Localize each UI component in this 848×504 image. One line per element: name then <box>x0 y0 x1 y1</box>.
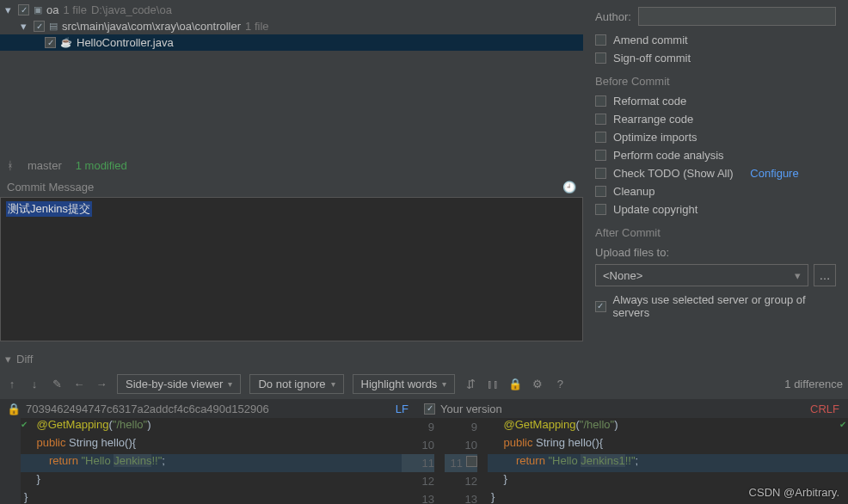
apply-change-checkbox[interactable] <box>466 456 477 467</box>
checkbox-always-server[interactable] <box>595 301 606 312</box>
tree-root-path: D:\java_code\oa <box>91 3 172 16</box>
checkbox-todo[interactable] <box>595 168 606 179</box>
difference-count: 1 difference <box>784 378 843 390</box>
checkbox-optimize[interactable] <box>595 132 606 143</box>
folder-icon: ▣ <box>34 4 42 15</box>
checkbox[interactable] <box>18 4 29 15</box>
checkbox[interactable] <box>45 37 56 48</box>
author-input[interactable] <box>638 7 836 26</box>
edit-icon[interactable]: ✎ <box>50 378 64 391</box>
folder-icon: ▤ <box>49 21 58 32</box>
opt-reformat: Reformat code <box>613 95 686 108</box>
ignore-combo[interactable]: Do not ignore <box>249 374 343 394</box>
upload-select[interactable]: <None>▾ <box>595 264 808 286</box>
diff-title-text: Diff <box>16 353 33 366</box>
checkbox-copyright[interactable] <box>595 204 606 215</box>
chevron-down-icon[interactable]: ▾ <box>5 353 11 366</box>
opt-optimize: Optimize imports <box>613 131 697 144</box>
java-file-icon: ☕ <box>60 37 72 48</box>
checkbox-analysis[interactable] <box>595 150 606 161</box>
watermark: CSDN @Arbitrary. <box>749 486 839 499</box>
diff-code-view: ✔ @GetMapping("/hello") public String he… <box>0 418 848 504</box>
diff-header[interactable]: ▾ Diff <box>0 349 848 369</box>
tree-row-pkg[interactable]: ▾ ▤ src\main\java\com\xray\oa\controller… <box>0 18 583 34</box>
nav-forward-icon[interactable]: → <box>95 378 108 391</box>
diff-left-pane[interactable]: ✔ @GetMapping("/hello") public String he… <box>21 418 402 504</box>
prev-diff-icon[interactable]: ↑ <box>5 378 19 391</box>
opt-analysis: Perform code analysis <box>613 149 724 162</box>
branch-bar: ᚼ master 1 modified <box>0 154 583 177</box>
modified-count[interactable]: 1 modified <box>76 159 127 172</box>
nav-back-icon[interactable]: ← <box>72 378 86 391</box>
lock-icon[interactable]: 🔒 <box>508 378 522 391</box>
help-icon[interactable]: ? <box>553 378 567 391</box>
configure-link[interactable]: Configure <box>750 167 798 180</box>
history-icon[interactable]: 🕘 <box>562 181 576 194</box>
opt-amend: Amend commit <box>613 34 688 46</box>
chevron-down-icon[interactable]: ▾ <box>21 20 29 33</box>
diff-toolbar: ↑ ↓ ✎ ← → Side-by-side viewer Do not ign… <box>0 369 848 399</box>
sync-scroll-icon[interactable]: ⫿⫿ <box>486 378 500 391</box>
chevron-down-icon[interactable]: ▾ <box>5 3 14 16</box>
upload-value: <None> <box>603 269 642 282</box>
after-commit-header: After Commit <box>595 226 836 239</box>
opt-todo: Check TODO (Show All) <box>613 167 734 180</box>
tree-pkg-name: src\main\java\com\xray\oa\controller <box>62 20 241 33</box>
gutter-check-icon: ✔ <box>21 420 28 429</box>
opt-always: Always use selected server or group of s… <box>613 293 836 319</box>
tree-pkg-files: 1 file <box>245 20 268 33</box>
gear-icon[interactable]: ⚙ <box>531 378 544 391</box>
checkbox-your-version[interactable] <box>424 403 435 415</box>
revision-hash: 7039462494747c6317a2addcf4c6ca490d152906 <box>26 403 269 415</box>
checkbox-reformat[interactable] <box>595 95 606 107</box>
line-number-gutter: 910111213 910111213 <box>402 418 488 504</box>
checkbox-amend[interactable] <box>595 34 606 46</box>
tree-file-name: HelloController.java <box>77 36 174 49</box>
tree-root-files: 1 file <box>63 3 86 16</box>
left-marker-gutter <box>0 418 21 504</box>
opt-signoff: Sign-off commit <box>613 52 691 65</box>
viewer-mode-combo[interactable]: Side-by-side viewer <box>117 374 241 394</box>
checkbox-signoff[interactable] <box>595 52 606 64</box>
commit-options-panel: Author: Amend commit Sign-off commit Bef… <box>583 0 848 341</box>
author-label: Author: <box>595 10 631 23</box>
checkbox-rearrange[interactable] <box>595 114 606 125</box>
upload-browse-button[interactable]: … <box>814 264 836 286</box>
line-ending-left: LF <box>396 403 409 415</box>
commit-msg-label: Commit Message <box>7 181 94 194</box>
before-commit-header: Before Commit <box>595 75 836 88</box>
branch-icon: ᚼ <box>7 159 14 172</box>
lock-icon: 🔒 <box>7 403 21 415</box>
tree-root-name: oa <box>46 3 58 16</box>
highlight-combo[interactable]: Highlight words <box>353 374 456 394</box>
commit-message-text: 测试Jenkins提交 <box>6 201 92 217</box>
your-version-label: Your version <box>440 403 502 415</box>
next-diff-icon[interactable]: ↓ <box>28 378 41 391</box>
checkbox-cleanup[interactable] <box>595 186 606 197</box>
tree-row-root[interactable]: ▾ ▣ oa 1 file D:\java_code\oa <box>0 2 583 18</box>
opt-rearrange: Rearrange code <box>613 113 693 126</box>
line-ending-right: CRLF <box>810 403 839 415</box>
upload-label: Upload files to: <box>595 246 669 259</box>
file-tree: ▾ ▣ oa 1 file D:\java_code\oa ▾ ▤ src\ma… <box>0 0 583 52</box>
opt-cleanup: Cleanup <box>613 185 654 198</box>
gutter-check-icon: ✔ <box>839 420 846 429</box>
tree-row-file[interactable]: ☕ HelloController.java <box>0 34 583 51</box>
commit-message-input[interactable]: 测试Jenkins提交 <box>0 197 583 341</box>
collapse-icon[interactable]: ⇵ <box>464 378 477 391</box>
branch-name[interactable]: master <box>28 159 62 172</box>
opt-copyright: Update copyright <box>613 203 697 216</box>
checkbox[interactable] <box>34 21 45 32</box>
